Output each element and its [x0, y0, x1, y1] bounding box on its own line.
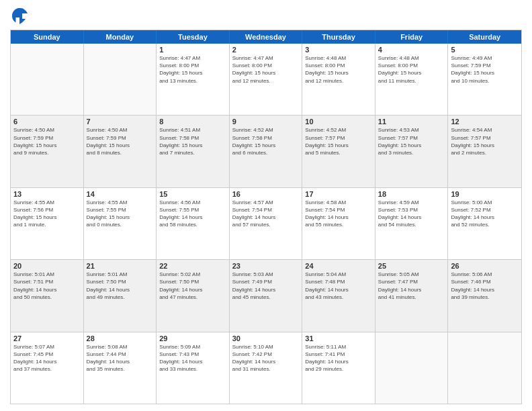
day-number: 21 [87, 262, 154, 270]
calendar-cell: 16Sunrise: 4:57 AM Sunset: 7:54 PM Dayli… [230, 188, 303, 259]
calendar: SundayMondayTuesdayWednesdayThursdayFrid… [10, 30, 522, 404]
day-number: 1 [159, 46, 226, 54]
day-info: Sunrise: 4:48 AM Sunset: 8:00 PM Dayligh… [378, 54, 445, 85]
day-info: Sunrise: 4:50 AM Sunset: 7:59 PM Dayligh… [87, 126, 154, 156]
calendar-header: SundayMondayTuesdayWednesdayThursdayFrid… [11, 30, 521, 44]
day-info: Sunrise: 5:05 AM Sunset: 7:47 PM Dayligh… [378, 271, 445, 301]
calendar-header-cell: Thursday [302, 30, 375, 44]
calendar-cell: 30Sunrise: 5:10 AM Sunset: 7:42 PM Dayli… [230, 332, 303, 404]
calendar-cell: 17Sunrise: 4:58 AM Sunset: 7:54 PM Dayli… [302, 188, 375, 259]
day-info: Sunrise: 4:47 AM Sunset: 8:00 PM Dayligh… [232, 54, 300, 85]
day-info: Sunrise: 4:58 AM Sunset: 7:54 PM Dayligh… [305, 199, 372, 229]
day-number: 12 [451, 118, 519, 126]
day-info: Sunrise: 5:00 AM Sunset: 7:52 PM Dayligh… [451, 199, 519, 229]
logo-icon [10, 7, 29, 26]
calendar-cell: 25Sunrise: 5:05 AM Sunset: 7:47 PM Dayli… [375, 260, 449, 331]
day-info: Sunrise: 5:10 AM Sunset: 7:42 PM Dayligh… [232, 343, 300, 373]
calendar-cell: 29Sunrise: 5:09 AM Sunset: 7:43 PM Dayli… [157, 332, 230, 404]
day-info: Sunrise: 5:06 AM Sunset: 7:46 PM Dayligh… [451, 271, 519, 301]
day-info: Sunrise: 4:47 AM Sunset: 8:00 PM Dayligh… [159, 54, 226, 85]
calendar-body: 1Sunrise: 4:47 AM Sunset: 8:00 PM Daylig… [11, 44, 521, 404]
day-number: 7 [87, 118, 154, 126]
day-info: Sunrise: 4:50 AM Sunset: 7:59 PM Dayligh… [13, 126, 81, 156]
calendar-cell-empty [448, 332, 521, 404]
day-info: Sunrise: 5:01 AM Sunset: 7:51 PM Dayligh… [13, 271, 81, 301]
calendar-row: 20Sunrise: 5:01 AM Sunset: 7:51 PM Dayli… [11, 260, 521, 332]
day-info: Sunrise: 5:07 AM Sunset: 7:45 PM Dayligh… [13, 343, 81, 373]
calendar-header-cell: Wednesday [230, 30, 303, 44]
calendar-row: 6Sunrise: 4:50 AM Sunset: 7:59 PM Daylig… [11, 116, 521, 187]
day-number: 19 [451, 190, 519, 198]
day-info: Sunrise: 4:48 AM Sunset: 8:00 PM Dayligh… [305, 54, 372, 85]
calendar-cell-empty [84, 44, 157, 115]
calendar-row: 1Sunrise: 4:47 AM Sunset: 8:00 PM Daylig… [11, 44, 521, 116]
day-info: Sunrise: 4:59 AM Sunset: 7:53 PM Dayligh… [378, 199, 445, 229]
calendar-cell: 23Sunrise: 5:03 AM Sunset: 7:49 PM Dayli… [230, 260, 303, 331]
calendar-cell: 14Sunrise: 4:55 AM Sunset: 7:55 PM Dayli… [84, 188, 157, 259]
day-number: 9 [232, 118, 300, 126]
calendar-cell: 5Sunrise: 4:49 AM Sunset: 7:59 PM Daylig… [448, 44, 521, 115]
calendar-cell: 1Sunrise: 4:47 AM Sunset: 8:00 PM Daylig… [157, 44, 230, 115]
calendar-cell-empty [375, 332, 449, 404]
calendar-header-cell: Sunday [11, 30, 84, 44]
day-number: 29 [159, 334, 226, 342]
day-info: Sunrise: 4:55 AM Sunset: 7:55 PM Dayligh… [87, 199, 154, 229]
day-number: 20 [13, 262, 81, 270]
calendar-header-cell: Friday [375, 30, 449, 44]
day-info: Sunrise: 5:09 AM Sunset: 7:43 PM Dayligh… [159, 343, 226, 373]
calendar-cell: 18Sunrise: 4:59 AM Sunset: 7:53 PM Dayli… [375, 188, 449, 259]
calendar-cell: 21Sunrise: 5:01 AM Sunset: 7:50 PM Dayli… [84, 260, 157, 331]
calendar-cell: 27Sunrise: 5:07 AM Sunset: 7:45 PM Dayli… [11, 332, 84, 404]
day-info: Sunrise: 4:55 AM Sunset: 7:56 PM Dayligh… [13, 199, 81, 229]
day-info: Sunrise: 4:52 AM Sunset: 7:57 PM Dayligh… [305, 126, 372, 156]
calendar-cell: 8Sunrise: 4:51 AM Sunset: 7:58 PM Daylig… [157, 116, 230, 187]
day-info: Sunrise: 4:52 AM Sunset: 7:58 PM Dayligh… [232, 126, 300, 156]
calendar-cell: 19Sunrise: 5:00 AM Sunset: 7:52 PM Dayli… [448, 188, 521, 259]
day-number: 10 [305, 118, 372, 126]
day-number: 2 [232, 46, 300, 54]
day-number: 31 [305, 334, 372, 342]
day-number: 28 [87, 334, 154, 342]
day-number: 4 [378, 46, 445, 54]
calendar-cell: 26Sunrise: 5:06 AM Sunset: 7:46 PM Dayli… [448, 260, 521, 331]
day-number: 18 [378, 190, 445, 198]
day-number: 25 [378, 262, 445, 270]
day-info: Sunrise: 4:56 AM Sunset: 7:55 PM Dayligh… [159, 199, 226, 229]
calendar-cell: 2Sunrise: 4:47 AM Sunset: 8:00 PM Daylig… [230, 44, 303, 115]
day-info: Sunrise: 4:54 AM Sunset: 7:57 PM Dayligh… [451, 126, 519, 156]
calendar-header-cell: Saturday [448, 30, 521, 44]
day-number: 5 [451, 46, 519, 54]
calendar-cell: 3Sunrise: 4:48 AM Sunset: 8:00 PM Daylig… [302, 44, 375, 115]
day-info: Sunrise: 5:11 AM Sunset: 7:41 PM Dayligh… [305, 343, 372, 373]
calendar-row: 27Sunrise: 5:07 AM Sunset: 7:45 PM Dayli… [11, 332, 521, 404]
calendar-cell: 4Sunrise: 4:48 AM Sunset: 8:00 PM Daylig… [375, 44, 449, 115]
day-number: 15 [159, 190, 226, 198]
calendar-row: 13Sunrise: 4:55 AM Sunset: 7:56 PM Dayli… [11, 188, 521, 260]
calendar-cell: 7Sunrise: 4:50 AM Sunset: 7:59 PM Daylig… [84, 116, 157, 187]
day-info: Sunrise: 5:08 AM Sunset: 7:44 PM Dayligh… [87, 343, 154, 373]
day-number: 14 [87, 190, 154, 198]
logo [10, 7, 32, 26]
calendar-cell-empty [11, 44, 84, 115]
calendar-cell: 12Sunrise: 4:54 AM Sunset: 7:57 PM Dayli… [448, 116, 521, 187]
calendar-cell: 15Sunrise: 4:56 AM Sunset: 7:55 PM Dayli… [157, 188, 230, 259]
day-number: 16 [232, 190, 300, 198]
calendar-cell: 11Sunrise: 4:53 AM Sunset: 7:57 PM Dayli… [375, 116, 449, 187]
day-info: Sunrise: 5:03 AM Sunset: 7:49 PM Dayligh… [232, 271, 300, 301]
day-number: 24 [305, 262, 372, 270]
calendar-header-cell: Tuesday [157, 30, 230, 44]
day-number: 6 [13, 118, 81, 126]
page: SundayMondayTuesdayWednesdayThursdayFrid… [0, 0, 532, 411]
day-number: 13 [13, 190, 81, 198]
calendar-cell: 24Sunrise: 5:04 AM Sunset: 7:48 PM Dayli… [302, 260, 375, 331]
calendar-cell: 9Sunrise: 4:52 AM Sunset: 7:58 PM Daylig… [230, 116, 303, 187]
day-number: 8 [159, 118, 226, 126]
calendar-cell: 10Sunrise: 4:52 AM Sunset: 7:57 PM Dayli… [302, 116, 375, 187]
day-info: Sunrise: 4:49 AM Sunset: 7:59 PM Dayligh… [451, 54, 519, 85]
day-info: Sunrise: 5:04 AM Sunset: 7:48 PM Dayligh… [305, 271, 372, 301]
day-number: 27 [13, 334, 81, 342]
calendar-cell: 6Sunrise: 4:50 AM Sunset: 7:59 PM Daylig… [11, 116, 84, 187]
calendar-cell: 22Sunrise: 5:02 AM Sunset: 7:50 PM Dayli… [157, 260, 230, 331]
day-info: Sunrise: 5:01 AM Sunset: 7:50 PM Dayligh… [87, 271, 154, 301]
day-info: Sunrise: 5:02 AM Sunset: 7:50 PM Dayligh… [159, 271, 226, 301]
